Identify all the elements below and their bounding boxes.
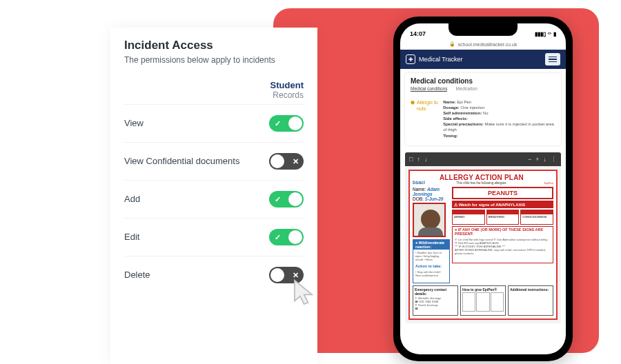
med-timing-key: Timing: [443, 134, 458, 138]
address-bar[interactable]: 🔒 school.medicaltracker.co.uk [400, 39, 566, 50]
toggle-add[interactable]: ✓ [269, 191, 304, 208]
perm-row-delete: Delete ✕ [124, 256, 304, 294]
student-photo [413, 203, 446, 237]
medication-details: ⬣ Allergic to nuts Name: Epi Pen Dosage:… [405, 95, 561, 145]
brand-logo-icon: ✚ [406, 54, 415, 64]
bsaci-logo: bsaci [413, 180, 425, 185]
emergency-action-box: ● IF ANY ONE (OR MORE) OF THESE SIGNS AR… [452, 226, 553, 263]
shield-icon: ⬣ [411, 99, 415, 112]
phone-notch [448, 23, 518, 36]
tab-medical-conditions[interactable]: Medical conditions [411, 86, 447, 92]
check-icon: ✓ [275, 119, 281, 128]
plan-title: ALLERGY ACTION PLAN [425, 174, 538, 181]
toggle-knob [288, 117, 302, 130]
perm-label: Edit [124, 232, 139, 243]
how-to-give-epipen: How to give EpiPen® [460, 285, 506, 316]
panel-subtitle: The permissions below apply to incidents [124, 55, 304, 65]
mild-reaction-box: ● Mild/moderate reaction: • Swollen lips… [413, 239, 450, 283]
allergen-box: PEANUTS [452, 187, 553, 199]
cursor-icon [290, 277, 322, 309]
perm-row-add: Add ✓ [124, 180, 304, 218]
emergency-contacts: Emergency contact details: ① Michelle Je… [413, 285, 458, 316]
card-title: Medical conditions [405, 73, 561, 86]
allergy-action-plan: bsaci ALLERGY ACTION PLAN This child has… [408, 170, 558, 320]
pdf-zoom-in-icon[interactable]: + [535, 156, 539, 163]
pdf-more-icon[interactable]: ⋮ [551, 156, 557, 163]
med-fields: Name: Epi Pen Dosage: One injection Self… [443, 99, 555, 139]
plan-name: Name: Adam Jennings [413, 187, 450, 196]
x-icon: ✕ [293, 157, 299, 166]
bsaci-text: bsaci [413, 180, 425, 185]
perm-row-view-confidential: View Confidential documents ✕ [124, 142, 304, 180]
toggle-edit[interactable]: ✓ [269, 229, 304, 245]
incident-access-panel: Incident Access The permissions below ap… [110, 28, 317, 364]
anaphylaxis-header: ⚠ Watch for signs of ANAPHYLAXIS [452, 201, 553, 208]
plan-bottom-row: Emergency contact details: ① Michelle Je… [413, 285, 553, 316]
app-header: ✚ Medical Tracker [400, 50, 566, 69]
card-tabs: Medical conditions Medication [405, 86, 561, 95]
url-text: school.medicaltracker.co.uk [458, 42, 518, 47]
allergy-label: Allergic to nuts [417, 99, 439, 112]
battery-icon: ▮ [553, 31, 556, 37]
check-icon: ✓ [275, 195, 281, 204]
status-time: 14:07 [410, 30, 426, 37]
pdf-toolbar: □ ↑ ↓ − + ↓ ⋮ [405, 152, 561, 166]
redbox-header: ● IF ANY ONE (OR MORE) OF THESE SIGNS AR… [453, 227, 553, 236]
med-name-val: Epi Pen [457, 100, 471, 104]
column-header-line1: Student [124, 80, 304, 90]
pdf-zoom-out-icon[interactable]: − [528, 156, 531, 163]
toggle-knob [288, 230, 302, 244]
pdf-down-icon[interactable]: ↓ [424, 156, 428, 163]
additional-instructions: Additional instructions: [508, 285, 553, 316]
plan-dob: DOB: 1-Jun-20 [413, 196, 450, 201]
med-self-key: Self administration: [443, 111, 482, 115]
check-icon: ✓ [275, 233, 281, 242]
app-brand: ✚ Medical Tracker [406, 54, 463, 64]
toggle-knob [288, 192, 302, 206]
mild-body: • Swollen lips, face or eyes • Itchy/tin… [413, 250, 449, 263]
toggle-knob [270, 268, 284, 282]
med-self-val: No [483, 111, 489, 115]
perm-row-edit: Edit ✓ [124, 218, 304, 256]
symptom-columns: AIRWAY BREATHING CONSCIOUSNESS [452, 210, 553, 225]
wifi-icon: ⌔ [548, 31, 551, 37]
allergy-badge: ⬣ Allergic to nuts [411, 99, 439, 112]
perm-label: Delete [124, 270, 150, 281]
redbox-body: ① Lie child flat with legs raised ② Use … [453, 236, 553, 263]
toggle-view[interactable]: ✓ [269, 115, 304, 132]
column-header-line2: Records [124, 90, 304, 100]
lock-icon: 🔒 [449, 41, 455, 47]
column-header: Student Records [124, 80, 304, 100]
med-side-key: Side effects: [443, 117, 468, 121]
medical-conditions-card: Medical conditions Medical conditions Me… [405, 73, 561, 145]
med-dosage-key: Dosage: [443, 105, 460, 110]
toggle-view-confidential[interactable]: ✕ [269, 153, 304, 170]
status-icons: ▮▮▮▯ ⌔ ▮ [535, 31, 556, 37]
med-prec-key: Special precautions: [443, 122, 484, 126]
pdf-page: bsaci ALLERGY ACTION PLAN This child has… [405, 166, 561, 323]
perm-row-view: View ✓ [124, 104, 304, 142]
mild-action-body: • Stay with the child • Give antihistami… [413, 269, 449, 283]
perm-label: View Confidential documents [124, 156, 239, 167]
phone-screen: 14:07 ▮▮▮▯ ⌔ ▮ 🔒 school.medicaltracker.c… [400, 23, 566, 354]
pdf-thumb-icon[interactable]: □ [409, 156, 413, 163]
panel-title: Incident Access [124, 39, 304, 52]
signal-icon: ▮▮▮▯ [535, 31, 546, 37]
pdf-download-icon[interactable]: ↓ [544, 156, 547, 163]
mild-header: ● Mild/moderate reaction: [413, 240, 449, 250]
med-name-key: Name: [443, 100, 455, 104]
mild-action-header: Action to take: [413, 263, 449, 269]
perm-label: View [124, 118, 144, 129]
phone-mockup: 14:07 ▮▮▮▯ ⌔ ▮ 🔒 school.medicaltracker.c… [393, 17, 573, 361]
menu-button[interactable] [545, 53, 560, 65]
perm-label: Add [124, 194, 140, 205]
toggle-knob [270, 154, 284, 168]
tab-medication[interactable]: Medication [455, 86, 477, 92]
pdf-up-icon[interactable]: ↑ [417, 156, 420, 163]
med-dosage-val: One injection [460, 105, 484, 110]
epipen-logo: EpiPen [538, 181, 553, 185]
plan-subtitle: This child has the following allergies: [425, 181, 538, 185]
brand-name: Medical Tracker [419, 56, 463, 63]
